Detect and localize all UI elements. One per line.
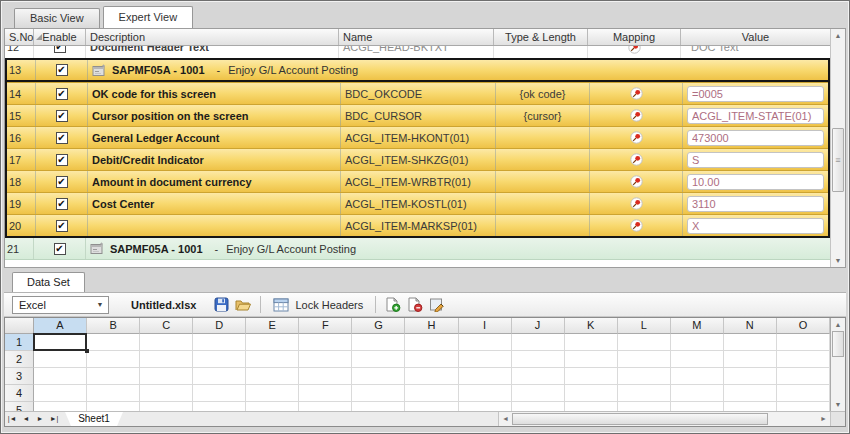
cell-K5[interactable] <box>565 402 618 411</box>
cell-G5[interactable] <box>352 402 405 411</box>
cell-A5[interactable] <box>34 402 87 411</box>
enable-cell[interactable] <box>36 171 88 192</box>
cell-C1[interactable] <box>140 334 193 351</box>
cell-M2[interactable] <box>671 351 724 368</box>
tab-basic-view[interactable]: Basic View <box>14 8 100 28</box>
header-name[interactable]: Name <box>339 29 494 45</box>
row-header-3[interactable]: 3 <box>5 368 34 385</box>
enable-cell[interactable] <box>34 46 86 58</box>
table-row-18[interactable]: 18 Amount in document currency ACGL_ITEM… <box>7 170 828 192</box>
mapping-cell[interactable] <box>590 215 683 236</box>
cell-C3[interactable] <box>140 368 193 385</box>
cell-G3[interactable] <box>352 368 405 385</box>
tab-data-set[interactable]: Data Set <box>12 272 85 292</box>
cell-L2[interactable] <box>618 351 671 368</box>
cell-O2[interactable] <box>777 351 830 368</box>
select-all-corner[interactable] <box>5 318 34 334</box>
cell-K3[interactable] <box>565 368 618 385</box>
cell-N5[interactable] <box>724 402 777 411</box>
open-button[interactable] <box>232 295 254 315</box>
cell-L1[interactable] <box>618 334 671 351</box>
row-header-1[interactable]: 1 <box>5 334 34 351</box>
cell-J5[interactable] <box>512 402 565 411</box>
grid-horizontal-scrollbar[interactable] <box>499 412 845 426</box>
first-sheet-button[interactable] <box>5 412 19 426</box>
cell-N4[interactable] <box>724 385 777 402</box>
value-input[interactable] <box>687 218 824 234</box>
cell-B3[interactable] <box>87 368 140 385</box>
cell-K1[interactable] <box>565 334 618 351</box>
cell-D1[interactable] <box>193 334 246 351</box>
table-row-14[interactable]: 14 OK code for this screen BDC_OKCODE {o… <box>7 82 828 104</box>
cell-K4[interactable] <box>565 385 618 402</box>
column-header-A[interactable]: A <box>34 318 87 334</box>
delete-sheet-button[interactable] <box>404 295 426 315</box>
cell-E2[interactable] <box>246 351 299 368</box>
scroll-up-icon[interactable] <box>831 29 845 42</box>
column-header-M[interactable]: M <box>671 318 724 334</box>
cell-A1[interactable] <box>34 334 87 351</box>
tab-expert-view[interactable]: Expert View <box>103 6 194 28</box>
cell-O4[interactable] <box>777 385 830 402</box>
header-mapping[interactable]: Mapping <box>588 29 681 45</box>
cell-D3[interactable] <box>193 368 246 385</box>
add-sheet-button[interactable] <box>382 295 404 315</box>
column-header-B[interactable]: B <box>87 318 140 334</box>
cell-M4[interactable] <box>671 385 724 402</box>
scroll-up-icon[interactable] <box>831 318 845 331</box>
cell-C4[interactable] <box>140 385 193 402</box>
cell-F5[interactable] <box>299 402 352 411</box>
cell-A3[interactable] <box>34 368 87 385</box>
enable-cell[interactable] <box>36 149 88 170</box>
cell-E1[interactable] <box>246 334 299 351</box>
header-description[interactable]: Description <box>86 29 339 45</box>
next-sheet-button[interactable] <box>33 412 47 426</box>
column-header-D[interactable]: D <box>193 318 246 334</box>
column-header-E[interactable]: E <box>246 318 299 334</box>
value-input[interactable] <box>687 174 824 190</box>
column-header-K[interactable]: K <box>565 318 618 334</box>
table-row-13-screen[interactable]: 13 SAPMF05A - 1001 - Enjoy G/L Account P… <box>7 60 828 82</box>
row-header-2[interactable]: 2 <box>5 351 34 368</box>
save-button[interactable] <box>210 295 232 315</box>
cell-F2[interactable] <box>299 351 352 368</box>
header-type-length[interactable]: Type & Length <box>494 29 588 45</box>
cell-B2[interactable] <box>87 351 140 368</box>
cell-I4[interactable] <box>459 385 512 402</box>
lock-headers-button[interactable]: Lock Headers <box>267 297 369 313</box>
cell-N1[interactable] <box>724 334 777 351</box>
scroll-right-icon[interactable] <box>817 412 830 426</box>
mapping-cell[interactable] <box>590 127 683 148</box>
cell-L3[interactable] <box>618 368 671 385</box>
mapper-vertical-scrollbar[interactable] <box>830 29 845 267</box>
table-row-20[interactable]: 20 ACGL_ITEM-MARKSP(01) <box>7 214 828 236</box>
cell-A2[interactable] <box>34 351 87 368</box>
cell-I2[interactable] <box>459 351 512 368</box>
cell-D5[interactable] <box>193 402 246 411</box>
cell-N3[interactable] <box>724 368 777 385</box>
cell-G1[interactable] <box>352 334 405 351</box>
cell-J4[interactable] <box>512 385 565 402</box>
value-input[interactable] <box>687 152 824 168</box>
header-value[interactable]: Value <box>681 29 830 45</box>
cell-C2[interactable] <box>140 351 193 368</box>
column-header-N[interactable]: N <box>724 318 777 334</box>
enable-cell[interactable] <box>36 105 88 126</box>
scroll-thumb[interactable] <box>512 413 768 425</box>
value-input[interactable] <box>687 196 824 212</box>
cell-F1[interactable] <box>299 334 352 351</box>
column-header-J[interactable]: J <box>512 318 565 334</box>
column-header-F[interactable]: F <box>299 318 352 334</box>
column-header-G[interactable]: G <box>352 318 405 334</box>
table-row-17[interactable]: 17 Debit/Credit Indicator ACGL_ITEM-SHKZ… <box>7 148 828 170</box>
cell-M3[interactable] <box>671 368 724 385</box>
column-header-L[interactable]: L <box>618 318 671 334</box>
cell-D4[interactable] <box>193 385 246 402</box>
cell-L4[interactable] <box>618 385 671 402</box>
cell-M5[interactable] <box>671 402 724 411</box>
scroll-track[interactable] <box>831 357 845 398</box>
mapping-cell[interactable] <box>590 171 683 192</box>
cell-B4[interactable] <box>87 385 140 402</box>
row-header-5[interactable]: 5 <box>5 402 34 411</box>
cell-G2[interactable] <box>352 351 405 368</box>
